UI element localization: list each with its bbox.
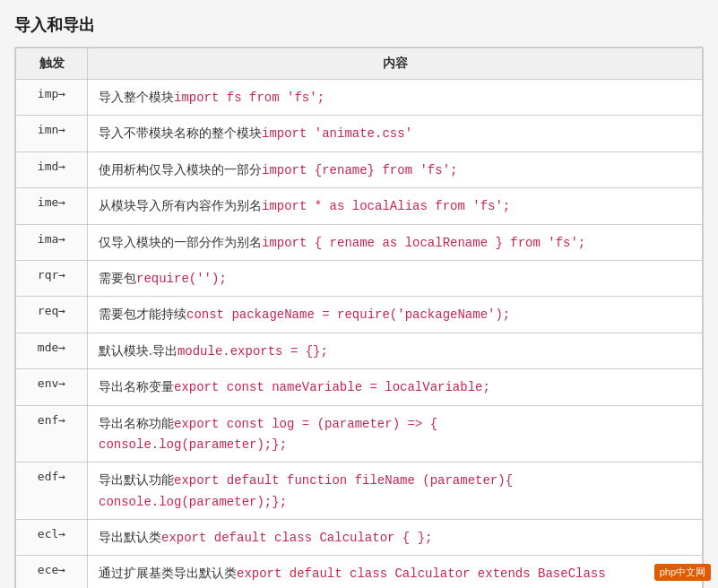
trigger-cell: imn→ bbox=[16, 116, 88, 151]
row-desc: 导出名称变量 bbox=[99, 379, 174, 393]
row-desc: 需要包 bbox=[99, 271, 136, 285]
content-cell: 默认模块.导出module.exports = {}; bbox=[88, 333, 703, 368]
main-table: 触发 内容 imp→导入整个模块import fs from 'fs';imn→… bbox=[15, 48, 703, 588]
row-desc: 默认模块.导出 bbox=[99, 343, 177, 358]
content-cell: 需要包才能持续const packageName = require('pack… bbox=[88, 297, 703, 333]
table-row: mde→默认模块.导出module.exports = {}; bbox=[16, 333, 703, 368]
trigger-cell: enf→ bbox=[16, 405, 88, 463]
trigger-cell: imd→ bbox=[16, 151, 88, 187]
trigger-cell: ecl→ bbox=[16, 520, 88, 556]
table-row: imp→导入整个模块import fs from 'fs'; bbox=[16, 80, 703, 116]
row-code: export default class Calculator { }; bbox=[161, 531, 432, 545]
content-cell: 通过扩展基类导出默认类export default class Calculat… bbox=[88, 556, 703, 588]
table-row: enf→导出名称功能export const log = (parameter)… bbox=[16, 405, 703, 463]
row-desc: 导出默认类 bbox=[99, 530, 161, 544]
content-cell: 导入整个模块import fs from 'fs'; bbox=[88, 80, 703, 116]
watermark: php中文网 bbox=[654, 564, 711, 581]
row-code: module.exports = {}; bbox=[177, 344, 328, 359]
content-cell: 导出名称功能export const log = (parameter) => … bbox=[88, 405, 703, 463]
row-desc: 从模块导入所有内容作为别名 bbox=[99, 198, 262, 212]
trigger-cell: ime→ bbox=[16, 188, 88, 224]
table-row: ima→仅导入模块的一部分作为别名import { rename as loca… bbox=[16, 224, 703, 260]
table-wrapper: 触发 内容 imp→导入整个模块import fs from 'fs';imn→… bbox=[14, 47, 704, 588]
col-trigger-header: 触发 bbox=[16, 48, 88, 80]
table-row: ece→通过扩展基类导出默认类export default class Calc… bbox=[16, 556, 703, 588]
table-row: rqr→需要包require(''); bbox=[16, 260, 703, 296]
trigger-cell: rqr→ bbox=[16, 260, 88, 296]
content-cell: 从模块导入所有内容作为别名import * as localAlias from… bbox=[88, 188, 703, 224]
table-row: edf→导出默认功能export default function fileNa… bbox=[16, 463, 703, 520]
row-code: import 'animate.css' bbox=[262, 126, 412, 141]
page-title: 导入和导出 bbox=[14, 14, 704, 36]
table-row: ecl→导出默认类export default class Calculator… bbox=[16, 520, 703, 556]
content-cell: 需要包require(''); bbox=[88, 260, 703, 296]
table-row: imd→使用析构仅导入模块的一部分import {rename} from 'f… bbox=[16, 151, 703, 187]
table-row: req→需要包才能持续const packageName = require('… bbox=[16, 297, 703, 333]
trigger-cell: edf→ bbox=[16, 463, 88, 520]
table-row: ime→从模块导入所有内容作为别名import * as localAlias … bbox=[16, 188, 703, 224]
table-row: imn→导入不带模块名称的整个模块import 'animate.css' bbox=[16, 116, 703, 151]
content-cell: 导出默认功能export default function fileName (… bbox=[88, 463, 703, 520]
row-code: import fs from 'fs'; bbox=[174, 91, 324, 105]
trigger-cell: imp→ bbox=[16, 80, 88, 116]
row-desc: 导出默认功能 bbox=[99, 472, 174, 487]
row-desc: 导入整个模块 bbox=[99, 90, 174, 104]
row-code: import * as localAlias from 'fs'; bbox=[262, 199, 510, 213]
row-desc: 导入不带模块名称的整个模块 bbox=[99, 125, 262, 140]
content-cell: 使用析构仅导入模块的一部分import {rename} from 'fs'; bbox=[88, 151, 703, 187]
row-code: export const nameVariable = localVariabl… bbox=[174, 380, 490, 394]
row-desc: 通过扩展基类导出默认类 bbox=[99, 566, 237, 580]
trigger-cell: env→ bbox=[16, 369, 88, 405]
content-cell: 导出默认类export default class Calculator { }… bbox=[88, 520, 703, 556]
row-desc: 导出名称功能 bbox=[99, 416, 174, 430]
row-code: require(''); bbox=[136, 272, 227, 286]
trigger-cell: req→ bbox=[16, 297, 88, 333]
content-cell: 仅导入模块的一部分作为别名import { rename as localRen… bbox=[88, 224, 703, 260]
row-code: import { rename as localRename } from 'f… bbox=[262, 236, 585, 250]
trigger-cell: ima→ bbox=[16, 224, 88, 260]
row-code: const packageName = require('packageName… bbox=[186, 307, 510, 322]
row-desc: 需要包才能持续 bbox=[99, 307, 186, 321]
table-row: env→导出名称变量export const nameVariable = lo… bbox=[16, 369, 703, 405]
row-code: import {rename} from 'fs'; bbox=[262, 163, 457, 177]
content-cell: 导入不带模块名称的整个模块import 'animate.css' bbox=[88, 116, 703, 151]
row-desc: 仅导入模块的一部分作为别名 bbox=[99, 235, 262, 249]
trigger-cell: ece→ bbox=[16, 556, 88, 588]
col-content-header: 内容 bbox=[88, 48, 703, 80]
row-desc: 使用析构仅导入模块的一部分 bbox=[99, 162, 262, 177]
content-cell: 导出名称变量export const nameVariable = localV… bbox=[88, 369, 703, 405]
trigger-cell: mde→ bbox=[16, 333, 88, 368]
